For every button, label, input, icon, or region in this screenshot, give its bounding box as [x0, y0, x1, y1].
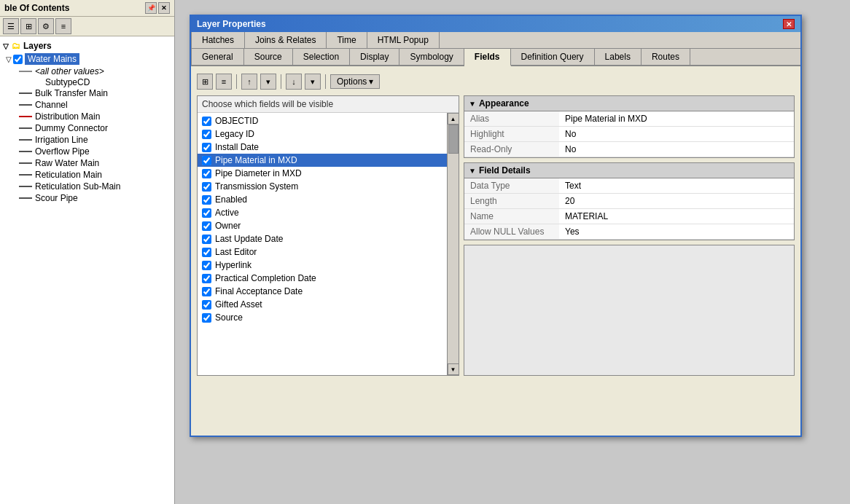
tab-joins-relates[interactable]: Joins & Relates	[245, 32, 327, 48]
field-detail-row: Length20	[464, 194, 794, 209]
field-checkbox[interactable]	[202, 117, 211, 126]
field-item[interactable]: Final Acceptance Date	[198, 285, 447, 298]
field-checkbox[interactable]	[202, 169, 211, 178]
field-checkbox[interactable]	[202, 274, 211, 283]
water-mains-checkbox[interactable]	[13, 55, 23, 64]
appearance-collapse-icon[interactable]: ▼	[469, 100, 476, 108]
prop-value[interactable]: No	[559, 127, 794, 142]
field-checkbox[interactable]	[202, 287, 211, 296]
toc-close-button[interactable]: ✕	[158, 2, 170, 14]
tab-hatches[interactable]: Hatches	[191, 32, 245, 48]
tab-html-popup[interactable]: HTML Popup	[367, 32, 440, 48]
field-label: Transmission System	[215, 181, 298, 192]
toc-pin-button[interactable]: 📌	[145, 2, 157, 14]
prop-value[interactable]: Text	[559, 178, 794, 194]
field-label: Enabled	[215, 194, 247, 205]
tab-routes[interactable]: Routes	[642, 49, 690, 65]
scroll-down-button[interactable]: ▼	[448, 363, 459, 375]
field-item[interactable]: Pipe Diameter in MXD	[198, 167, 447, 180]
channel-item[interactable]: Channel	[19, 99, 174, 111]
tab-general[interactable]: General	[191, 49, 244, 65]
field-checkbox[interactable]	[202, 248, 211, 257]
reticulation-main-item[interactable]: Reticulation Main	[19, 169, 174, 181]
toc-options-button[interactable]: ⚙	[38, 18, 54, 34]
water-mains-item[interactable]: ▽ Water Mains	[6, 52, 174, 66]
field-checkbox[interactable]	[202, 143, 211, 152]
field-item[interactable]: Last Editor	[198, 245, 447, 259]
prop-value[interactable]: No	[559, 142, 794, 157]
field-checkbox[interactable]	[202, 208, 211, 218]
fields-scrollbar[interactable]: ▲ ▼	[447, 113, 459, 375]
overflow-pipe-item[interactable]: Overflow Pipe	[19, 146, 174, 157]
toolbar-move-up-button[interactable]: ↑	[241, 74, 257, 90]
toc-list-view-button[interactable]: ☰	[3, 18, 19, 34]
toolbar-table-view-button[interactable]: ⊞	[197, 74, 213, 90]
tab-symbology[interactable]: Symbology	[399, 49, 464, 65]
field-item[interactable]: Source	[198, 311, 447, 324]
prop-value[interactable]: Pipe Material in MXD	[559, 111, 794, 127]
prop-value[interactable]: MATERIAL	[559, 209, 794, 224]
scroll-track	[448, 125, 459, 363]
main-area: Layer Properties ✕ Hatches Joins & Relat…	[175, 0, 850, 504]
dummy-connector-item[interactable]: Dummy Connector	[19, 122, 174, 134]
scroll-thumb[interactable]	[448, 125, 459, 154]
field-item[interactable]: Install Date	[198, 141, 447, 154]
scroll-up-button[interactable]: ▲	[448, 113, 459, 125]
field-item[interactable]: Last Update Date	[198, 232, 447, 245]
field-detail-row: Allow NULL ValuesYes	[464, 224, 794, 240]
toolbar-move-up-dropdown[interactable]: ▾	[260, 74, 276, 90]
field-item[interactable]: Practical Completion Date	[198, 272, 447, 285]
tab-display[interactable]: Display	[350, 49, 399, 65]
distribution-main-label: Distribution Main	[35, 111, 100, 122]
toc-panel: ble Of Contents 📌 ✕ ☰ ⊞ ⚙ ≡ ▽ 🗂 Layers ▽…	[0, 0, 175, 504]
water-mains-label[interactable]: Water Mains	[25, 53, 79, 65]
prop-value[interactable]: 20	[559, 194, 794, 209]
field-details-section: ▼ Field Details Data TypeTextLength20Nam…	[464, 162, 795, 240]
field-checkbox[interactable]	[202, 313, 211, 323]
options-button[interactable]: Options ▾	[330, 74, 380, 89]
subtype-cd-item[interactable]: SubtypeCD	[19, 77, 174, 87]
field-checkbox[interactable]	[202, 300, 211, 310]
toolbar-move-down-dropdown[interactable]: ▾	[305, 74, 321, 90]
field-checkbox[interactable]	[202, 182, 211, 192]
field-checkbox[interactable]	[202, 261, 211, 270]
field-item[interactable]: Active	[198, 206, 447, 219]
field-checkbox[interactable]	[202, 221, 211, 231]
reticulation-sub-main-item[interactable]: Reticulation Sub-Main	[19, 181, 174, 192]
distribution-main-item[interactable]: Distribution Main	[19, 111, 174, 122]
field-item[interactable]: Gifted Asset	[198, 298, 447, 311]
tab-selection[interactable]: Selection	[293, 49, 350, 65]
tab-labels[interactable]: Labels	[595, 49, 642, 65]
tab-fields[interactable]: Fields	[464, 49, 511, 66]
toolbar-move-down-button[interactable]: ↓	[286, 74, 302, 90]
field-item[interactable]: Hyperlink	[198, 259, 447, 272]
prop-value[interactable]: Yes	[559, 224, 794, 240]
field-checkbox[interactable]	[202, 156, 211, 165]
tab-source[interactable]: Source	[244, 49, 293, 65]
prop-key: Alias	[464, 111, 559, 127]
dialog-close-button[interactable]: ✕	[783, 19, 795, 29]
bulk-transfer-main-item[interactable]: Bulk Transfer Main	[19, 87, 174, 99]
field-checkbox[interactable]	[202, 235, 211, 244]
field-details-collapse-icon[interactable]: ▼	[469, 167, 476, 175]
field-item[interactable]: Legacy ID	[198, 127, 447, 141]
other-values-item[interactable]: <all other values>	[19, 66, 174, 77]
toolbar-list-view-button[interactable]: ≡	[216, 74, 232, 90]
irrigation-line-item[interactable]: Irrigation Line	[19, 134, 174, 146]
field-item[interactable]: Enabled	[198, 193, 447, 206]
toc-thumbnail-view-button[interactable]: ⊞	[20, 18, 36, 34]
dummy-connector-line	[19, 127, 32, 129]
tab-definition-query[interactable]: Definition Query	[511, 49, 595, 65]
scour-pipe-item[interactable]: Scour Pipe	[19, 192, 174, 204]
field-item[interactable]: Transmission System	[198, 180, 447, 193]
toc-add-button[interactable]: ≡	[55, 18, 71, 34]
layers-group-header[interactable]: ▽ 🗂 Layers	[0, 39, 174, 52]
raw-water-main-line	[19, 162, 32, 164]
field-checkbox[interactable]	[202, 130, 211, 139]
raw-water-main-item[interactable]: Raw Water Main	[19, 157, 174, 169]
field-item[interactable]: Owner	[198, 219, 447, 232]
field-item[interactable]: OBJECTID	[198, 114, 447, 127]
field-item[interactable]: Pipe Material in MXD	[198, 154, 447, 167]
tab-time[interactable]: Time	[327, 32, 367, 48]
field-checkbox[interactable]	[202, 195, 211, 205]
